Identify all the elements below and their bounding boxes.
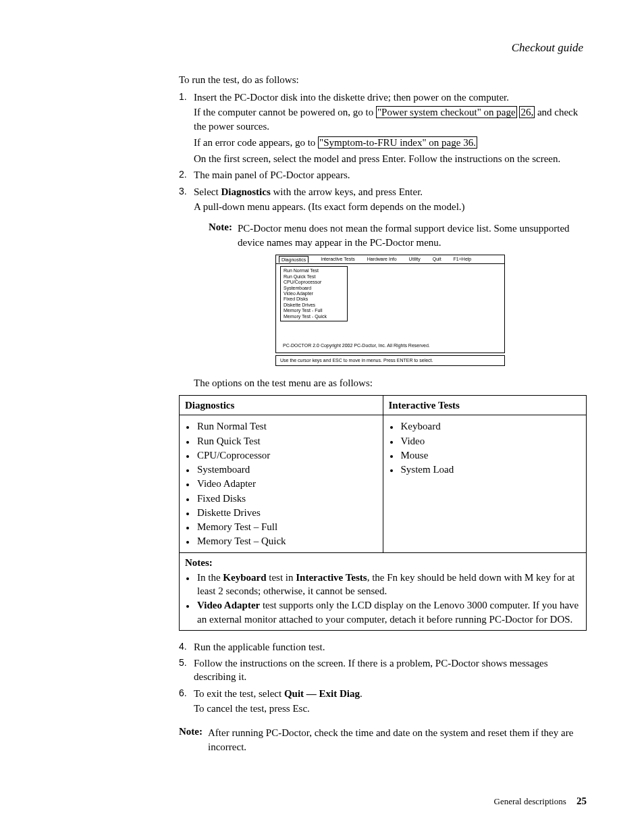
step-1: 1. Insert the PC-Doctor disk into the di… — [179, 90, 587, 165]
step-text: On the first screen, select the model an… — [194, 152, 587, 165]
note-label: Note: — [179, 726, 203, 737]
step-text: The main panel of PC-Doctor appears. — [194, 170, 350, 180]
menu-hardware: Hardware Info — [367, 256, 397, 263]
link-power-checkout[interactable]: "Power system checkout" on page — [376, 106, 517, 118]
figure-dropdown: Run Normal Test Run Quick Test CPU/Copro… — [280, 266, 348, 321]
step-number: 3. — [179, 185, 187, 198]
list-item: Systemboard — [196, 463, 377, 476]
list-item: Video Adapter — [196, 477, 377, 490]
list-item: Run Normal Test — [196, 419, 377, 433]
note-text: PC-Doctor menu does not mean the formal … — [209, 221, 587, 249]
page-footer: General descriptions 25 — [179, 794, 587, 808]
step-number: 2. — [179, 168, 187, 181]
list-item: Memory Test – Full — [196, 520, 377, 533]
options-table: Diagnostics Interactive Tests Run Normal… — [179, 395, 587, 631]
table-note-a: In the Keyboard test in Interactive Test… — [196, 571, 581, 598]
step-text: If an error code appears, go to "Symptom… — [194, 136, 587, 149]
step-number: 4. — [179, 640, 187, 653]
step-number: 6. — [179, 687, 187, 700]
list-item: Memory Test – Quick — [196, 534, 377, 548]
step-text: To cancel the test, press Esc. — [194, 702, 587, 715]
note-text: After running PC-Doctor, check the time … — [179, 726, 587, 754]
note-block-2: Note: After running PC-Doctor, check the… — [179, 725, 587, 754]
table-cell-diagnostics: Run Normal Test Run Quick Test CPU/Copro… — [180, 415, 383, 552]
intro-text: To run the test, do as follows: — [179, 73, 587, 86]
figure-statusbar: Use the cursor keys and ESC to move in m… — [275, 355, 505, 365]
figure-menubar: Diagnostics Interactive Tests Hardware I… — [276, 255, 504, 264]
note-label: Note: — [209, 221, 232, 232]
list-item: System Load — [400, 463, 581, 476]
step-text: To exit the test, select Quit — Exit Dia… — [194, 688, 363, 699]
footer-text: General descriptions — [494, 796, 566, 806]
menu-interactive: Interactive Tests — [321, 256, 354, 263]
step-number: 1. — [179, 90, 187, 103]
note-block: Note: PC-Doctor menu does not mean the f… — [194, 220, 587, 249]
link-symptom-fru[interactable]: "Symptom-to-FRU index" on page 36. — [318, 136, 477, 149]
list-item: CPU/Coprocessor — [196, 448, 377, 462]
list-item: Mouse — [400, 448, 581, 462]
list-item: Keyboard — [400, 419, 581, 433]
step-text: A pull-down menu appears. (Its exact for… — [194, 200, 587, 213]
menu-help: F1=Help — [454, 256, 472, 263]
steps-list-2: 4. Run the applicable function test. 5. … — [179, 640, 587, 715]
page-header: Checkout guide — [179, 41, 587, 56]
step-text: Run the applicable function test. — [194, 642, 325, 652]
list-item: Run Quick Test — [196, 434, 377, 448]
step-number: 5. — [179, 656, 187, 669]
menu-diagnostics: Diagnostics — [279, 256, 308, 263]
step-text: If the computer cannot be powered on, go… — [194, 105, 587, 133]
list-item: Fixed Disks — [196, 492, 377, 505]
table-header-diagnostics: Diagnostics — [180, 396, 383, 415]
steps-list: 1. Insert the PC-Doctor disk into the di… — [179, 90, 587, 390]
list-item: Video — [400, 434, 581, 448]
options-intro: The options on the test menu are as foll… — [194, 376, 587, 390]
step-6: 6. To exit the test, select Quit — Exit … — [179, 687, 587, 716]
step-2: 2. The main panel of PC-Doctor appears. — [179, 168, 587, 182]
menu-quit: Quit — [433, 256, 441, 263]
step-text: Select Diagnostics with the arrow keys, … — [194, 186, 423, 197]
link-power-checkout-page[interactable]: 26, — [519, 106, 535, 118]
menu-utility: Utility — [409, 256, 421, 263]
notes-label: Notes: — [185, 557, 213, 568]
step-text: Insert the PC-Doctor disk into the diske… — [194, 90, 587, 104]
step-5: 5. Follow the instructions on the screen… — [179, 656, 587, 684]
table-header-interactive: Interactive Tests — [383, 396, 587, 415]
page-number: 25 — [576, 796, 587, 806]
step-3: 3. Select Diagnostics with the arrow key… — [179, 185, 587, 390]
list-item: Diskette Drives — [196, 506, 377, 519]
figure-copyright: PC-DOCTOR 2.0 Copyright 2002 PC-Doctor, … — [283, 342, 430, 348]
table-notes-cell: Notes: In the Keyboard test in Interacti… — [180, 552, 587, 630]
table-note-b: Video Adapter test supports only the LCD… — [196, 598, 581, 626]
pc-doctor-figure: Diagnostics Interactive Tests Hardware I… — [275, 255, 505, 366]
table-cell-interactive: Keyboard Video Mouse System Load — [383, 415, 587, 552]
step-text: Follow the instructions on the screen. I… — [194, 658, 548, 682]
step-4: 4. Run the applicable function test. — [179, 640, 587, 654]
